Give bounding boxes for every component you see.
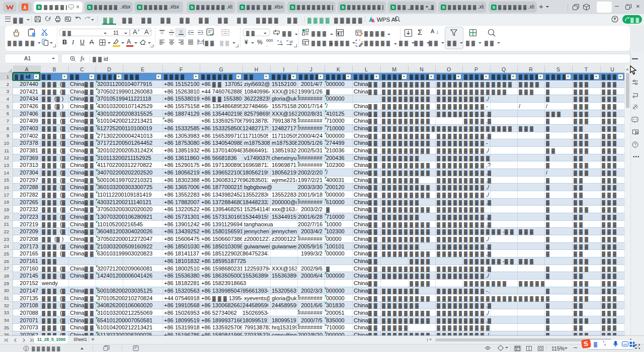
svg-text:.0: .0 (279, 40, 282, 43)
svg-text:.00: .00 (289, 40, 293, 43)
